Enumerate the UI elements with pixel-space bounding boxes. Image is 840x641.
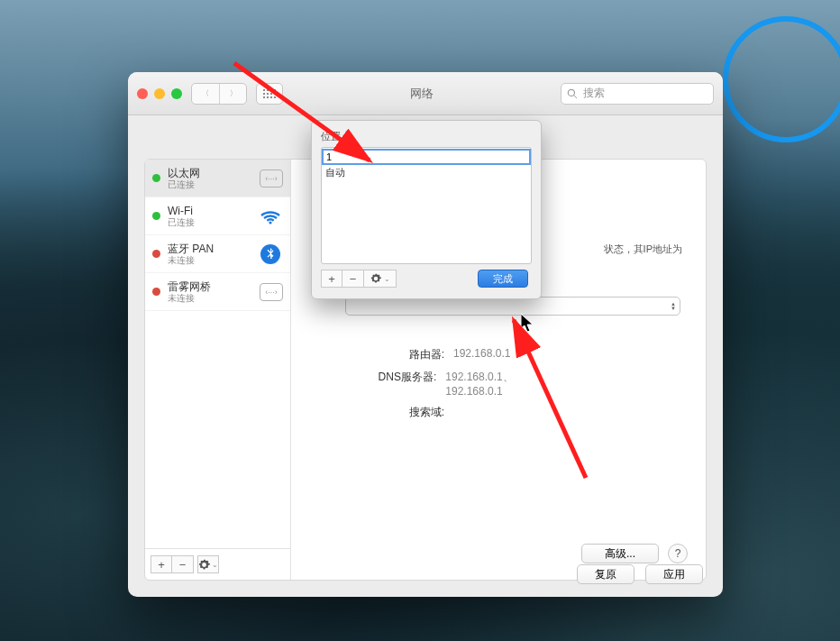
revert-button[interactable]: 复原 — [577, 564, 635, 584]
sidebar-item-status: 已连接 — [168, 217, 251, 228]
remove-location-button[interactable]: − — [342, 270, 364, 288]
zoom-icon[interactable] — [171, 88, 182, 99]
back-button[interactable]: 〈 — [192, 84, 219, 104]
apply-button[interactable]: 应用 — [645, 564, 703, 584]
dns-value: 192.168.0.1、192.168.0.1 — [445, 370, 562, 398]
sidebar-tools: + − ⌄ — [145, 549, 291, 580]
interfaces-sidebar: 以太网 已连接 ‹···› Wi-Fi 已连接 — [145, 160, 291, 549]
location-name-input[interactable] — [322, 149, 531, 165]
status-dot-icon — [152, 212, 160, 220]
dns-label: DNS服务器: — [336, 370, 436, 398]
status-dot-icon — [152, 250, 160, 258]
window-title: 网络 — [292, 86, 552, 102]
sidebar-item-label: 以太网 — [168, 167, 252, 179]
stepper-icon: ▲▼ — [671, 302, 676, 311]
chevron-down-icon: ⌄ — [384, 275, 390, 283]
minimize-icon[interactable] — [154, 88, 165, 99]
status-hint: 状态，其IP地址为 — [604, 243, 682, 256]
show-all-button[interactable] — [256, 83, 283, 105]
close-icon[interactable] — [137, 88, 148, 99]
search-icon — [567, 88, 578, 99]
location-option-auto[interactable]: 自动 — [322, 164, 531, 181]
add-interface-button[interactable]: + — [151, 555, 172, 573]
window-toolbar: 〈 〉 网络 搜索 — [128, 72, 723, 115]
status-dot-icon — [152, 288, 160, 296]
ethernet-icon: ‹···› — [260, 169, 283, 188]
search-domain-label: 搜索域: — [336, 405, 444, 420]
sidebar-item-ethernet[interactable]: 以太网 已连接 ‹···› — [145, 160, 290, 197]
router-label: 路由器: — [336, 347, 444, 362]
sidebar-item-label: Wi-Fi — [168, 205, 251, 217]
bluetooth-icon — [258, 244, 283, 264]
remove-interface-button[interactable]: − — [172, 555, 194, 573]
location-label: 位置 — [321, 130, 532, 143]
search-input[interactable]: 搜索 — [561, 83, 714, 105]
watermark-badge — [723, 16, 840, 142]
nav-back-forward[interactable]: 〈 〉 — [191, 83, 247, 105]
help-button[interactable]: ? — [668, 544, 688, 563]
gear-icon — [198, 559, 210, 571]
question-icon: ? — [675, 547, 681, 560]
router-value: 192.168.0.1 — [453, 347, 510, 362]
forward-button[interactable]: 〉 — [219, 84, 246, 104]
wifi-icon — [258, 206, 283, 226]
search-placeholder: 搜索 — [583, 86, 605, 101]
sidebar-item-bluetooth-pan[interactable]: 蓝牙 PAN 未连接 — [145, 235, 290, 273]
sidebar-item-status: 已连接 — [168, 179, 252, 190]
advanced-button[interactable]: 高级... — [581, 544, 659, 563]
location-action-menu[interactable]: ⌄ — [364, 270, 397, 288]
gear-icon — [370, 273, 381, 284]
sidebar-item-label: 雷雾网桥 — [168, 280, 252, 293]
chevron-down-icon: ⌄ — [212, 561, 218, 569]
svg-point-0 — [269, 221, 271, 224]
sidebar-item-status: 未连接 — [168, 293, 252, 304]
location-name-input-row[interactable] — [322, 148, 531, 164]
location-edit-dialog: 位置 自动 + − ⌄ 完成 — [311, 120, 542, 299]
done-button[interactable]: 完成 — [478, 270, 528, 288]
config-select[interactable]: ▲▼ — [345, 297, 680, 316]
add-location-button[interactable]: + — [321, 270, 342, 288]
chevron-left-icon: 〈 — [202, 88, 209, 98]
grid-icon — [263, 89, 276, 98]
sidebar-item-thunderbolt-bridge[interactable]: 雷雾网桥 未连接 ‹···› — [145, 273, 290, 311]
sidebar-item-status: 未连接 — [168, 255, 251, 266]
action-menu-button[interactable]: ⌄ — [197, 555, 219, 573]
sidebar-item-wifi[interactable]: Wi-Fi 已连接 — [145, 197, 290, 235]
bridge-icon: ‹···› — [260, 283, 283, 301]
location-listbox[interactable]: 自动 — [321, 147, 532, 264]
status-dot-icon — [152, 174, 160, 182]
chevron-right-icon: 〉 — [230, 88, 237, 98]
window-traffic-lights[interactable] — [137, 88, 182, 99]
sidebar-item-label: 蓝牙 PAN — [168, 243, 251, 255]
